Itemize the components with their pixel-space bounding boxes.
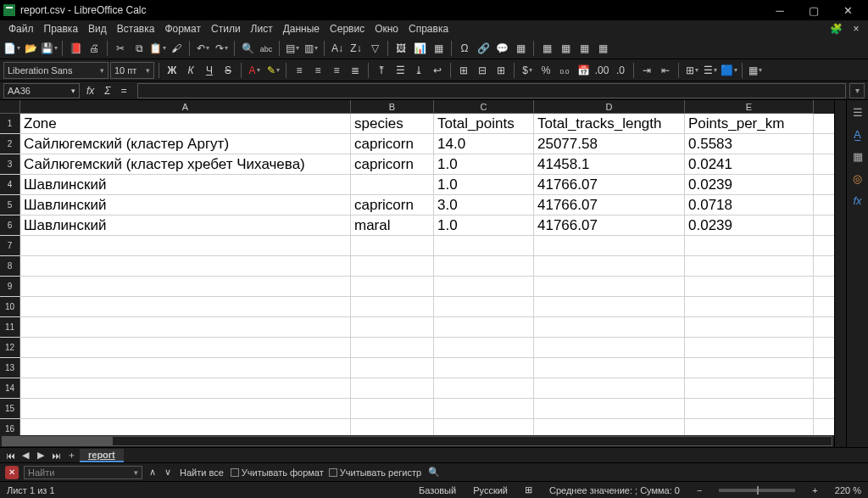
new-button[interactable]: [3, 40, 20, 57]
cell[interactable]: [351, 419, 434, 435]
cell[interactable]: [20, 256, 351, 276]
bold-button[interactable]: [164, 62, 181, 79]
split-button[interactable]: ▦: [557, 40, 574, 57]
cell[interactable]: [434, 256, 534, 276]
cell[interactable]: 41766.07: [534, 215, 685, 235]
formula-expand-button[interactable]: ▾: [849, 83, 865, 98]
cell[interactable]: [434, 236, 534, 255]
cell[interactable]: [20, 297, 351, 316]
grid-area[interactable]: 1ZonespeciesTotal_pointsTotal_tracks_len…: [0, 114, 834, 435]
print-button[interactable]: [86, 40, 103, 57]
font-name-select[interactable]: Liberation Sans ▾: [3, 62, 108, 79]
findbar-close-button[interactable]: ✕: [5, 466, 19, 479]
cell[interactable]: [434, 358, 534, 378]
cell[interactable]: [534, 297, 685, 316]
indent-dec-button[interactable]: ⇤: [657, 62, 674, 79]
row-header[interactable]: 12: [0, 338, 20, 357]
cell[interactable]: 25077.58: [534, 134, 685, 154]
cell[interactable]: [351, 338, 434, 357]
align-center-button[interactable]: [309, 62, 326, 79]
print-area-button[interactable]: ▦: [576, 40, 593, 57]
insert-image-button[interactable]: [392, 40, 409, 57]
undo-button[interactable]: [194, 40, 211, 57]
cell[interactable]: [20, 338, 351, 357]
save-button[interactable]: [41, 40, 58, 57]
cell[interactable]: capricorn: [351, 154, 434, 174]
cell[interactable]: Сайлюгемский (кластер Аргут): [20, 134, 351, 154]
unmerge-button[interactable]: ⊞: [492, 62, 509, 79]
cell[interactable]: [534, 399, 685, 418]
menu-edit[interactable]: Правка: [39, 21, 84, 36]
maximize-button[interactable]: ▢: [797, 0, 831, 20]
font-size-select[interactable]: 10 пт ▾: [110, 62, 154, 79]
cell[interactable]: 14.0: [434, 134, 534, 154]
cell[interactable]: 3.0: [434, 195, 534, 215]
cell[interactable]: [534, 236, 685, 255]
dec-dec-button[interactable]: .0: [612, 62, 629, 79]
cell[interactable]: [685, 419, 814, 435]
match-case-checkbox[interactable]: Учитывать регистр: [329, 467, 421, 478]
cell[interactable]: 41766.07: [534, 175, 685, 194]
insert-mode[interactable]: ⊞: [525, 484, 532, 495]
date-button[interactable]: 📅: [575, 62, 592, 79]
dec-inc-button[interactable]: .00: [593, 62, 610, 79]
zoom-in-button[interactable]: +: [812, 485, 817, 495]
align-justify-button[interactable]: ≣: [347, 62, 364, 79]
pivot-button[interactable]: [430, 40, 447, 57]
borders-button[interactable]: [683, 62, 700, 79]
row-header[interactable]: 11: [0, 317, 20, 337]
name-box[interactable]: AA36 ▾: [3, 83, 80, 98]
cell[interactable]: 1.0: [434, 154, 534, 174]
tab-prev-button[interactable]: ◀: [19, 449, 32, 462]
strike-button[interactable]: [220, 62, 236, 79]
cell[interactable]: 41766.07: [534, 195, 685, 215]
align-left-button[interactable]: [291, 62, 308, 79]
cell[interactable]: [534, 277, 685, 296]
headers-footers-button[interactable]: ▦: [512, 40, 529, 57]
find-options-button[interactable]: 🔍: [426, 467, 442, 478]
export-pdf-button[interactable]: [67, 40, 84, 57]
valign-top-button[interactable]: ⤒: [373, 62, 390, 79]
tab-next-button[interactable]: ▶: [34, 449, 47, 462]
cell[interactable]: 0.0241: [685, 154, 814, 174]
cell[interactable]: [20, 317, 351, 337]
redo-button[interactable]: [213, 40, 230, 57]
minimize-button[interactable]: ─: [763, 0, 797, 20]
sidebar-gallery-icon[interactable]: ▦: [849, 148, 866, 165]
cell[interactable]: [351, 256, 434, 276]
cell[interactable]: [434, 297, 534, 316]
cell[interactable]: maral: [351, 215, 434, 235]
find-all-button[interactable]: Найти все: [178, 467, 225, 478]
cell[interactable]: Total_tracks_length: [534, 114, 685, 133]
language[interactable]: Русский: [473, 485, 508, 495]
menu-tools[interactable]: Сервис: [325, 21, 370, 36]
col-header-A[interactable]: A: [20, 100, 351, 114]
cell[interactable]: [534, 338, 685, 357]
cell[interactable]: [434, 338, 534, 357]
row-header[interactable]: 8: [0, 256, 20, 276]
paste-button[interactable]: [149, 40, 166, 57]
row-header[interactable]: 3: [0, 154, 20, 174]
row-header[interactable]: 15: [0, 399, 20, 418]
function-wizard-button[interactable]: fx: [83, 85, 97, 97]
cell[interactable]: [351, 236, 434, 255]
select-all-corner[interactable]: [0, 100, 20, 114]
cell[interactable]: [685, 277, 814, 296]
clone-format-button[interactable]: 🖌: [168, 40, 185, 57]
find-next-button[interactable]: ∨: [163, 467, 173, 478]
merge-button[interactable]: [455, 62, 472, 79]
cell[interactable]: 0.0718: [685, 195, 814, 215]
number-button[interactable]: [556, 62, 573, 79]
row-header[interactable]: 2: [0, 134, 20, 154]
zoom-out-button[interactable]: −: [697, 485, 702, 495]
cell[interactable]: [20, 358, 351, 378]
row-header[interactable]: 14: [0, 378, 20, 398]
indent-inc-button[interactable]: ⇥: [638, 62, 655, 79]
row-header[interactable]: 7: [0, 236, 20, 255]
sheet-tab[interactable]: report: [80, 449, 124, 462]
cond-format-button[interactable]: ▦: [747, 62, 764, 79]
cell[interactable]: Шавлинский: [20, 195, 351, 215]
cell[interactable]: [20, 378, 351, 398]
cell[interactable]: Total_points: [434, 114, 534, 133]
col-header-C[interactable]: C: [434, 100, 534, 114]
